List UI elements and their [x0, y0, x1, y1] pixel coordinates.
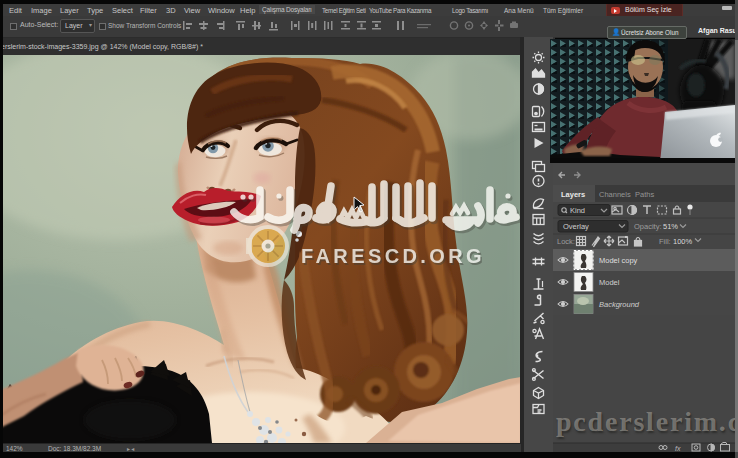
svg-text:Overlay: Overlay: [563, 222, 589, 231]
svg-text:Lock:: Lock:: [557, 237, 575, 246]
svg-text:Model copy: Model copy: [599, 256, 638, 265]
svg-text:FARESCD.ORG: FARESCD.ORG: [301, 245, 485, 267]
svg-text:51%: 51%: [663, 222, 678, 231]
svg-text:100%: 100%: [673, 237, 693, 246]
svg-text:fx: fx: [675, 445, 681, 452]
svg-text:Layers: Layers: [561, 190, 585, 199]
svg-text:Fill:: Fill:: [659, 237, 671, 246]
svg-text:Opacity:: Opacity:: [634, 222, 662, 231]
svg-text:Model: Model: [599, 278, 620, 287]
svg-text:Kind: Kind: [570, 206, 585, 215]
svg-text:Paths: Paths: [635, 190, 654, 199]
svg-text:Channels: Channels: [599, 190, 631, 199]
svg-text:Background: Background: [599, 300, 640, 309]
